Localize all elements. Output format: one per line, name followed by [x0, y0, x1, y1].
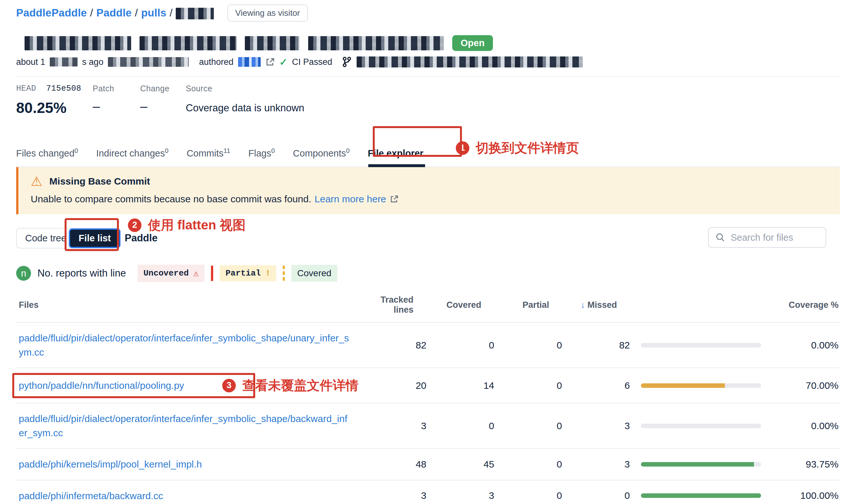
file-link[interactable]: python/paddle/nn/functional/pooling.py [19, 378, 184, 393]
partial-value: 0 [494, 459, 562, 470]
pr-title-row: Open [16, 35, 840, 51]
redacted-pr-number [176, 8, 214, 19]
legend-uncovered-chip: Uncovered⚠ [138, 265, 204, 282]
tab-files-changed[interactable]: Files changed0 [16, 147, 78, 159]
code-tree-button[interactable]: Code tree [25, 233, 69, 244]
annotation-1: 1 切换到文件详情页 [456, 139, 579, 157]
head-sha: 715e508 [46, 84, 81, 93]
table-row: paddle/phi/kernels/impl/pool_kernel_impl… [16, 449, 840, 481]
file-search [708, 227, 826, 248]
col-partial[interactable]: Partial [481, 300, 549, 310]
annotation-3: 3 查看未覆盖文件详情 [222, 377, 359, 394]
covered-value: 0 [426, 420, 494, 431]
tab-bar: Files changed0 Indirect changes0 Commits… [16, 139, 840, 167]
redacted-pr-title [139, 36, 237, 50]
stats-row: HEAD 715e508 80.25% Patch – Change – Sou… [16, 84, 840, 116]
divider [16, 76, 840, 77]
annotation-1-text: 切换到文件详情页 [476, 139, 579, 157]
file-link[interactable]: paddle/fluid/pir/dialect/operator/interf… [19, 331, 352, 359]
col-covered[interactable]: Covered [413, 300, 481, 310]
file-explorer-toolbar: 2 使用 flatten 视图 Code tree File list Padd… [16, 216, 840, 258]
uncovered-warning-icon: ⚠ [193, 268, 199, 279]
coverage-percent: 100.00% [772, 490, 840, 501]
table-row: paddle/fluid/pir/dialect/operator/interf… [16, 403, 840, 449]
breadcrumb: PaddlePaddle/Paddle/pulls/ Viewing as vi… [16, 4, 840, 22]
stat-patch: Patch – [93, 84, 140, 116]
annotation-2-number: 2 [128, 218, 141, 232]
file-link[interactable]: paddle/phi/kernels/impl/pool_kernel_impl… [19, 457, 202, 471]
stat-source: Source Coverage data is unknown [186, 84, 304, 116]
pr-age-prefix: about 1 [16, 57, 45, 67]
legend-partial-chip: Partial! [220, 265, 276, 281]
ci-passed-label: CI Passed [292, 57, 332, 67]
covered-value: 3 [426, 490, 494, 501]
external-link-icon[interactable] [265, 57, 275, 67]
patch-label: Patch [93, 84, 140, 93]
tracked-value: 3 [375, 490, 426, 501]
pr-meta-row: about 1 s ago authored ✓ CI Passed [16, 56, 840, 68]
coverage-percent: 0.00% [772, 420, 840, 431]
tab-commits[interactable]: Commits11 [187, 147, 230, 159]
file-list-button[interactable]: File list [69, 229, 120, 248]
search-input[interactable] [731, 232, 819, 243]
missed-value: 82 [562, 340, 630, 351]
covered-value: 14 [426, 380, 494, 391]
source-value: Coverage data is unknown [186, 99, 304, 114]
change-label: Change [140, 84, 186, 93]
warning-icon: ⚠ [31, 175, 42, 188]
legend-covered-chip: Covered [291, 265, 337, 282]
table-row: paddle/fluid/pir/dialect/operator/interf… [16, 323, 840, 368]
table-header: Files Tracked lines Covered Partial ↓ Mi… [16, 290, 840, 323]
missed-value: 0 [562, 490, 630, 501]
tracked-value: 3 [375, 420, 426, 431]
annotation-3-text: 查看未覆盖文件详情 [242, 377, 359, 394]
partial-warning-icon: ! [265, 268, 270, 278]
breadcrumb-pulls-link[interactable]: pulls [141, 7, 166, 19]
coverage-bar [641, 493, 761, 498]
coverage-percent: 70.00% [772, 380, 840, 391]
breadcrumb-sep: / [166, 7, 176, 19]
tab-components[interactable]: Components0 [293, 147, 350, 159]
coverage-bar [641, 424, 761, 428]
coverage-legend: n No. reports with line Uncovered⚠ Parti… [16, 265, 840, 282]
redacted-pr-title [245, 36, 300, 50]
stat-change: Change – [140, 84, 186, 116]
pr-age-suffix: s ago [82, 57, 103, 67]
col-files[interactable]: Files [16, 300, 362, 310]
tab-indirect-changes[interactable]: Indirect changes0 [96, 147, 169, 159]
tab-file-explorer[interactable]: File explorer [367, 148, 423, 159]
reports-count-icon: n [16, 266, 31, 281]
col-coverage[interactable]: Coverage % [759, 300, 840, 310]
breadcrumb-repo-link[interactable]: Paddle [96, 7, 132, 19]
learn-more-link[interactable]: Learn more here [314, 194, 386, 204]
redacted-branch-info [108, 57, 189, 67]
breadcrumb-sep: / [87, 7, 96, 19]
tracked-value: 48 [375, 459, 426, 470]
file-link[interactable]: paddle/fluid/pir/dialect/operator/interf… [19, 412, 352, 440]
redacted-branch-name [357, 56, 583, 68]
partial-value: 0 [494, 420, 562, 431]
breadcrumb-links: PaddlePaddle/Paddle/pulls/ [16, 7, 214, 19]
head-coverage-value: 80.25% [16, 99, 93, 116]
missed-value: 3 [562, 420, 630, 431]
breadcrumb-org-link[interactable]: PaddlePaddle [16, 7, 87, 19]
pr-status-badge: Open [452, 35, 493, 51]
coverage-percent: 0.00% [772, 340, 840, 351]
tab-flags[interactable]: Flags0 [249, 147, 275, 159]
coverage-percent: 93.75% [772, 459, 840, 470]
redacted-pr-title [24, 36, 131, 50]
col-missed[interactable]: ↓ Missed [549, 300, 617, 310]
coverage-bar [641, 383, 761, 388]
partial-line-sample [283, 266, 285, 281]
file-link[interactable]: paddle/phi/infermeta/backward.cc [19, 489, 163, 503]
stat-head: HEAD 715e508 80.25% [16, 84, 93, 116]
partial-value: 0 [494, 340, 562, 351]
table-row: paddle/phi/infermeta/backward.cc 3 3 0 0… [16, 481, 840, 504]
pr-authored-label: authored [199, 57, 234, 67]
missed-value: 3 [562, 459, 630, 470]
col-tracked[interactable]: Tracked lines [362, 295, 413, 315]
legend-label: No. reports with line [37, 268, 126, 279]
banner-body: Unable to compare commits because no bas… [31, 194, 311, 204]
covered-value: 0 [426, 340, 494, 351]
head-label: HEAD [16, 84, 36, 93]
